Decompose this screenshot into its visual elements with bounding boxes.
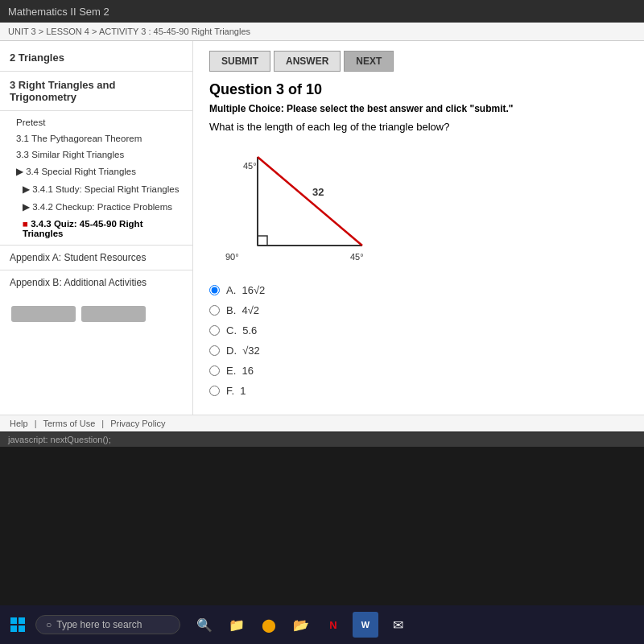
footer-privacy[interactable]: Privacy Policy — [110, 419, 165, 428]
svg-rect-9 — [19, 617, 25, 624]
taskbar-browser-icon[interactable]: ⬤ — [256, 612, 282, 638]
taskbar-search-bar[interactable]: ○ Type here to search — [35, 615, 180, 634]
submit-button[interactable]: SUBMIT — [209, 51, 270, 72]
sidebar-divider-1 — [0, 71, 192, 72]
taskbar-icons: 🔍 📁 ⬤ 📂 N W ✉ — [192, 612, 411, 638]
sidebar-divider-4 — [0, 270, 192, 270]
answer-choice-d[interactable]: D. √32 — [209, 345, 628, 357]
triangle-diagram: 45° 90° 45° 32 — [209, 141, 628, 273]
windows-icon — [10, 617, 26, 633]
question-text: What is the length of each leg of the tr… — [209, 121, 628, 133]
footer: Help | Terms of Use | Privacy Policy — [0, 415, 644, 431]
sidebar-item-pretest[interactable]: Pretest — [0, 114, 192, 130]
url-text: javascript: nextQuestion(); — [8, 435, 111, 444]
sidebar-item-appendix-b[interactable]: Appendix B: Additional Activities — [0, 274, 192, 291]
sidebar-item-checkup[interactable]: ▶ 3.4.2 Checkup: Practice Problems — [0, 198, 192, 216]
sidebar-item-similar[interactable]: 3.3 Similar Right Triangles — [0, 147, 192, 163]
nav-arrow-study: ▶ — [23, 184, 30, 194]
main-content: SUBMIT ANSWER NEXT Question 3 of 10 Mult… — [193, 41, 644, 415]
scroll-hint-right[interactable] — [81, 306, 146, 322]
url-bar: javascript: nextQuestion(); — [0, 431, 644, 447]
answer-choice-c[interactable]: C. 5.6 — [209, 324, 628, 336]
taskbar: ○ Type here to search 🔍 📁 ⬤ 📂 N W ✉ — [0, 605, 644, 644]
footer-terms[interactable]: Terms of Use — [43, 419, 95, 428]
content-area: 2 Triangles 3 Right Triangles and Trigon… — [0, 41, 644, 415]
radio-d[interactable] — [209, 345, 220, 356]
radio-a[interactable] — [209, 285, 220, 295]
svg-text:45°: 45° — [243, 161, 257, 171]
taskbar-cortana-icon[interactable]: 🔍 — [192, 612, 217, 638]
sidebar: 2 Triangles 3 Right Triangles and Trigon… — [0, 41, 193, 415]
svg-line-2 — [258, 157, 362, 246]
svg-text:32: 32 — [312, 186, 324, 198]
app-title: Mathematics II Sem 2 — [8, 6, 109, 18]
taskbar-mail-icon[interactable]: ✉ — [385, 612, 411, 638]
answer-choice-e[interactable]: E. 16 — [209, 365, 628, 377]
taskbar-files-icon[interactable]: 📁 — [224, 612, 250, 638]
sidebar-item-special[interactable]: ▶ 3.4 Special Right Triangles — [0, 163, 192, 180]
footer-help[interactable]: Help — [10, 419, 28, 428]
sidebar-item-quiz[interactable]: 3.4.3 Quiz: 45-45-90 Right Triangles — [0, 216, 192, 242]
answer-label-c: C. 5.6 — [226, 324, 257, 336]
taskbar-netflix-icon[interactable]: N — [320, 612, 346, 638]
svg-rect-10 — [10, 625, 17, 632]
breadcrumb: UNIT 3 > LESSON 4 > ACTIVITY 3 : 45-45-9… — [0, 23, 644, 41]
answer-label-a: A. 16√2 — [226, 284, 265, 296]
toolbar: SUBMIT ANSWER NEXT — [209, 51, 628, 72]
search-icon: ○ — [46, 619, 52, 630]
radio-f[interactable] — [209, 386, 220, 396]
taskbar-word-icon[interactable]: W — [353, 612, 378, 638]
answer-label-e: E. 16 — [226, 365, 254, 377]
nav-arrow-checkup: ▶ — [23, 202, 30, 212]
answer-label-d: D. √32 — [226, 345, 260, 357]
svg-text:45°: 45° — [350, 252, 364, 262]
answer-label-f: F. 1 — [226, 385, 246, 397]
taskbar-search-text: Type here to search — [56, 619, 142, 630]
sidebar-divider-2 — [0, 110, 192, 111]
sidebar-item-study[interactable]: ▶ 3.4.1 Study: Special Right Triangles — [0, 180, 192, 198]
triangle-svg: 45° 90° 45° 32 — [209, 141, 386, 270]
next-button[interactable]: NEXT — [344, 51, 394, 72]
sidebar-item-right-trig[interactable]: 3 Right Triangles and Trigonometry — [0, 75, 192, 107]
answer-choice-b[interactable]: B. 4√2 — [209, 304, 628, 316]
taskbar-folder-icon[interactable]: 📂 — [288, 612, 314, 638]
svg-text:90°: 90° — [225, 252, 239, 262]
question-title: Question 3 of 10 — [209, 81, 628, 98]
breadcrumb-text: UNIT 3 > LESSON 4 > ACTIVITY 3 : 45-45-9… — [8, 27, 250, 36]
nav-arrow-special: ▶ — [16, 167, 23, 176]
answer-button[interactable]: ANSWER — [274, 51, 341, 72]
sidebar-bottom — [0, 298, 192, 332]
answer-label-b: B. 4√2 — [226, 304, 259, 316]
question-instruction: Multiple Choice: Please select the best … — [209, 103, 628, 114]
sidebar-item-pythagorean[interactable]: 3.1 The Pythagorean Theorem — [0, 130, 192, 147]
answer-choices: A. 16√2 B. 4√2 C. 5.6 D. √32 — [209, 284, 628, 397]
radio-c[interactable] — [209, 325, 220, 336]
start-button[interactable] — [5, 612, 31, 638]
answer-choice-f[interactable]: F. 1 — [209, 385, 628, 397]
radio-e[interactable] — [209, 365, 220, 376]
sidebar-divider-3 — [0, 245, 192, 246]
top-bar: Mathematics II Sem 2 — [0, 0, 644, 23]
svg-rect-3 — [258, 236, 267, 246]
svg-rect-8 — [10, 617, 17, 624]
svg-rect-11 — [19, 625, 25, 632]
answer-choice-a[interactable]: A. 16√2 — [209, 284, 628, 296]
sidebar-item-triangles[interactable]: 2 Triangles — [0, 47, 192, 68]
radio-b[interactable] — [209, 305, 220, 316]
scroll-hint-left[interactable] — [11, 306, 76, 322]
sidebar-item-appendix-a[interactable]: Appendix A: Student Resources — [0, 249, 192, 266]
